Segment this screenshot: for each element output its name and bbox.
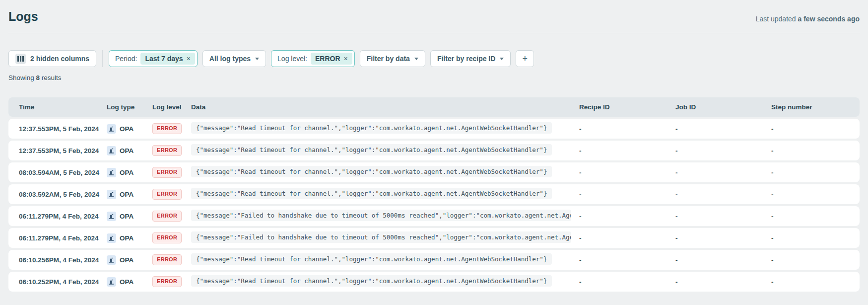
log-data-message[interactable]: {"message":"Failed to handshake due to t… [191,231,571,243]
table-body: 12:37.553PM, 5 Feb, 2024 OPA ERROR {"mes… [8,119,860,292]
log-data-message[interactable]: {"message":"Read timeout for channel.","… [191,275,552,287]
log-type-cell: OPA [107,233,152,243]
log-type-cell: OPA [107,212,152,221]
log-level-cell: ERROR [152,254,191,265]
log-type-label: OPA [120,191,134,198]
recipe-id-cell: - [579,191,675,198]
recipe-id-cell: - [579,234,675,242]
recipe-id-cell: - [579,147,675,154]
hidden-columns-button[interactable]: 2 hidden columns [8,50,96,67]
page-header: Logs Last updated a few seconds ago [8,9,860,24]
column-header-log-level: Log level [152,103,191,111]
period-value-text: Last 7 days [145,55,183,63]
plus-icon: + [522,54,528,64]
log-level-filter-chip[interactable]: Log level: ERROR × [271,50,355,67]
table-row[interactable]: 06:10.256PM, 4 Feb, 2024 OPA ERROR {"mes… [8,250,860,270]
log-data-cell: {"message":"Read timeout for channel.","… [191,122,579,135]
log-data-message[interactable]: {"message":"Read timeout for channel.","… [191,166,552,177]
log-level-badge: ERROR [152,232,182,243]
table-row[interactable]: 06:10.252PM, 4 Feb, 2024 OPA ERROR {"mes… [8,272,860,292]
log-type-label: OPA [120,278,134,286]
log-level-cell: ERROR [152,145,191,155]
log-type-label: OPA [120,213,134,220]
log-types-dropdown[interactable]: All log types [202,50,266,67]
log-level-value-text: ERROR [315,55,340,63]
log-type-cell: OPA [107,124,152,134]
last-updated-value: a few seconds ago [798,15,860,23]
results-suffix: results [42,74,62,81]
log-data-message[interactable]: {"message":"Read timeout for channel.","… [191,122,552,134]
job-id-cell: - [675,234,771,242]
period-filter-label: Period: [115,55,137,63]
period-filter-chip[interactable]: Period: Last 7 days × [109,50,198,67]
table-header-row: Time Log type Log level Data Recipe ID J… [8,97,860,117]
opa-agent-icon [107,212,116,221]
logs-table: Time Log type Log level Data Recipe ID J… [8,97,860,292]
log-type-label: OPA [120,147,134,154]
log-level-badge: ERROR [152,123,182,134]
log-type-label: OPA [120,256,134,264]
log-type-cell: OPA [107,146,152,155]
add-filter-button[interactable]: + [516,50,534,67]
step-number-cell: - [771,191,860,198]
step-number-cell: - [771,147,860,154]
step-number-cell: - [771,125,860,133]
table-row[interactable]: 08:03.594AM, 5 Feb, 2024 OPA ERROR {"mes… [8,162,860,182]
log-data-cell: {"message":"Read timeout for channel.","… [191,166,579,179]
log-type-label: OPA [120,234,134,242]
log-type-label: OPA [120,169,134,176]
column-header-job-id: Job ID [675,103,771,111]
log-level-badge: ERROR [152,167,182,177]
log-type-cell: OPA [107,255,152,265]
job-id-cell: - [675,256,771,264]
chevron-down-icon [255,58,259,60]
log-level-cell: ERROR [152,167,191,177]
results-prefix: Showing [8,74,34,81]
log-data-message[interactable]: {"message":"Read timeout for channel.","… [191,253,552,265]
opa-agent-icon [107,168,116,177]
log-level-cell: ERROR [152,211,191,221]
column-header-log-type: Log type [107,103,152,111]
step-number-cell: - [771,256,860,264]
job-id-cell: - [675,191,771,198]
table-row[interactable]: 06:11.279PM, 4 Feb, 2024 OPA ERROR {"mes… [8,228,860,248]
chevron-down-icon [500,58,504,60]
recipe-id-cell: - [579,256,675,264]
results-number: 8 [36,74,40,81]
results-count: Showing 8 results [8,74,860,81]
logs-page: Logs Last updated a few seconds ago 2 hi… [0,0,868,292]
log-time: 08:03.594AM, 5 Feb, 2024 [8,169,107,176]
column-header-step-number: Step number [771,103,860,111]
log-level-remove-icon[interactable]: × [344,55,348,62]
table-row[interactable]: 12:37.553PM, 5 Feb, 2024 OPA ERROR {"mes… [8,141,860,160]
log-data-cell: {"message":"Failed to handshake due to t… [191,210,579,223]
chevron-down-icon [414,58,418,60]
log-data-message[interactable]: {"message":"Failed to handshake due to t… [191,210,571,221]
step-number-cell: - [771,278,860,286]
log-types-label: All log types [209,55,251,63]
period-filter-value: Last 7 days × [140,53,195,65]
header-divider [8,33,860,33]
column-header-recipe-id: Recipe ID [579,103,675,111]
log-level-cell: ERROR [152,189,191,199]
opa-agent-icon [107,190,116,199]
log-time: 12:37.553PM, 5 Feb, 2024 [8,147,107,154]
table-row[interactable]: 06:11.279PM, 4 Feb, 2024 OPA ERROR {"mes… [8,206,860,226]
job-id-cell: - [675,147,771,154]
period-remove-icon[interactable]: × [187,55,191,62]
job-id-cell: - [675,278,771,286]
filter-by-recipe-dropdown[interactable]: Filter by recipe ID [430,50,511,67]
opa-agent-icon [107,233,116,243]
log-level-cell: ERROR [152,232,191,243]
log-level-filter-value: ERROR × [311,53,352,65]
hidden-columns-label: 2 hidden columns [30,55,89,63]
log-time: 12:37.553PM, 5 Feb, 2024 [8,125,107,133]
filter-by-data-dropdown[interactable]: Filter by data [360,50,425,67]
log-data-message[interactable]: {"message":"Read timeout for channel.","… [191,188,552,199]
table-row[interactable]: 08:03.592AM, 5 Feb, 2024 OPA ERROR {"mes… [8,184,860,204]
last-updated-prefix: Last updated [756,15,796,23]
log-data-cell: {"message":"Read timeout for channel.","… [191,144,579,157]
table-row[interactable]: 12:37.553PM, 5 Feb, 2024 OPA ERROR {"mes… [8,119,860,139]
log-level-badge: ERROR [152,145,182,155]
log-data-message[interactable]: {"message":"Read timeout for channel.","… [191,144,552,155]
